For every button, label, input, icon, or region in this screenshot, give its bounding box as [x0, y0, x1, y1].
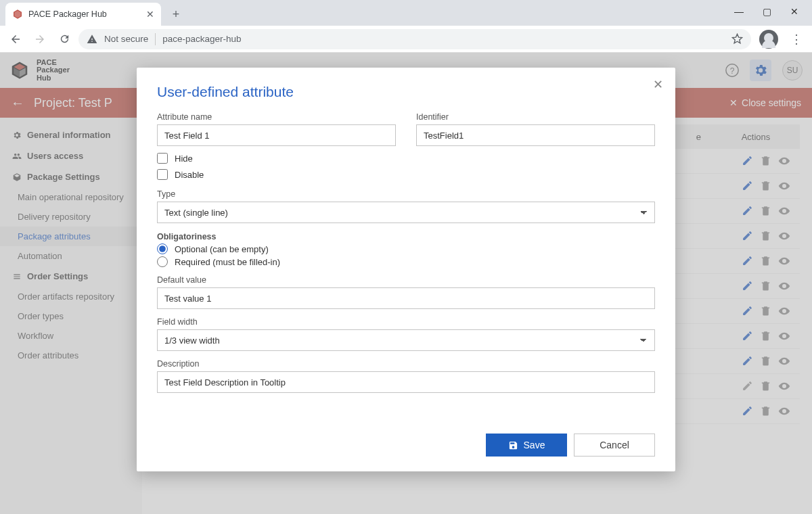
save-button[interactable]: Save — [486, 434, 567, 457]
forward-button[interactable] — [30, 29, 50, 49]
cancel-button[interactable]: Cancel — [574, 434, 655, 457]
label-disable: Disable — [175, 170, 204, 180]
maximize-icon[interactable]: ▢ — [763, 6, 771, 17]
browser-tab[interactable]: PACE Packager Hub ✕ — [5, 3, 161, 26]
input-description[interactable] — [157, 371, 655, 393]
label-attribute-name: Attribute name — [157, 112, 396, 122]
omnibox-divider — [155, 33, 156, 45]
input-identifier[interactable] — [416, 124, 655, 146]
label-type: Type — [157, 189, 655, 199]
modal-overlay: ✕ User-defined attribute Attribute name … — [0, 53, 812, 514]
url-text: pace-packager-hub — [162, 34, 241, 44]
radio-optional[interactable] — [157, 243, 168, 254]
label-identifier: Identifier — [416, 112, 655, 122]
favicon-icon — [12, 9, 23, 20]
window-controls: — ▢ ✕ — [721, 0, 812, 23]
close-window-icon[interactable]: ✕ — [790, 6, 798, 17]
tab-bar: PACE Packager Hub ✕ + — [0, 0, 812, 26]
select-type[interactable]: Text (single line) — [157, 202, 655, 223]
new-tab-button[interactable]: + — [166, 5, 185, 24]
radio-required[interactable] — [157, 256, 168, 267]
input-attribute-name[interactable] — [157, 124, 396, 146]
minimize-icon[interactable]: — — [734, 6, 744, 17]
modal-title: User-defined attribute — [157, 84, 655, 100]
label-default-value: Default value — [157, 275, 655, 285]
reload-button[interactable] — [54, 29, 74, 49]
star-icon[interactable] — [731, 33, 743, 45]
save-disk-icon — [508, 440, 518, 450]
modal-close-button[interactable]: ✕ — [653, 77, 663, 92]
label-obligatoriness: Obligatoriness — [157, 232, 217, 241]
browser-menu-icon[interactable]: ⋮ — [786, 29, 807, 49]
profile-avatar[interactable] — [759, 30, 778, 49]
label-description: Description — [157, 359, 655, 369]
back-button[interactable] — [5, 29, 26, 49]
address-bar: Not secure pace-packager-hub ⋮ — [0, 26, 812, 53]
label-optional: Optional (can be empty) — [175, 244, 269, 254]
label-field-width: Field width — [157, 317, 655, 327]
omnibox[interactable]: Not secure pace-packager-hub — [78, 29, 751, 49]
close-tab-icon[interactable]: ✕ — [146, 9, 154, 20]
security-label: Not secure — [104, 34, 148, 44]
tab-title: PACE Packager Hub — [28, 9, 107, 19]
select-field-width[interactable]: 1/3 view width — [157, 329, 655, 351]
checkbox-disable[interactable] — [157, 169, 168, 180]
label-required: Required (must be filled-in) — [175, 257, 280, 267]
checkbox-hide[interactable] — [157, 153, 168, 164]
input-default-value[interactable] — [157, 287, 655, 309]
attribute-modal: ✕ User-defined attribute Attribute name … — [137, 68, 675, 471]
warning-icon — [87, 34, 97, 45]
label-hide: Hide — [175, 154, 193, 164]
